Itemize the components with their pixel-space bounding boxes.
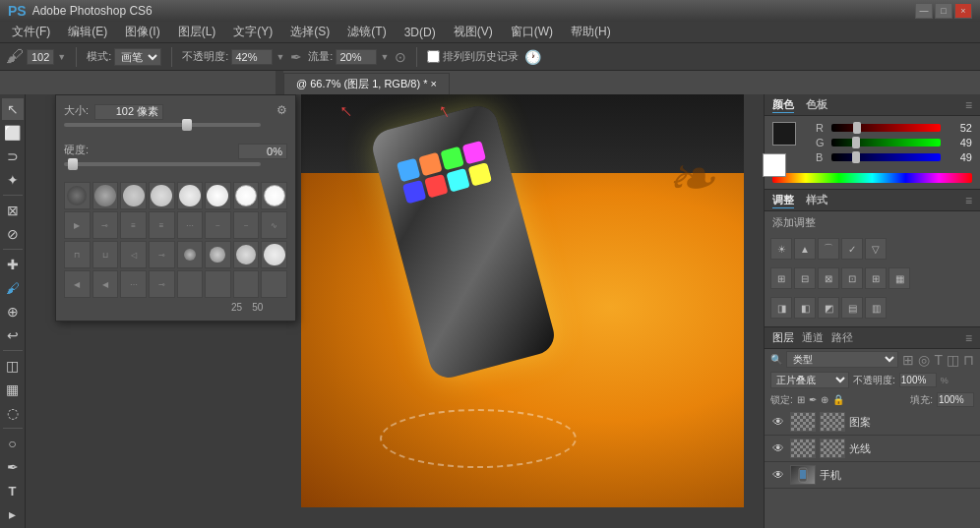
menu-filter[interactable]: 滤镜(T) [339,22,394,42]
size-slider-track[interactable] [64,123,261,127]
hardness-slider-thumb[interactable] [68,158,78,170]
blend-mode-select[interactable]: 正片叠底 [770,372,849,388]
history-checkbox-label[interactable]: 排列到历史记录 [427,49,519,64]
brush-preset-3[interactable] [120,182,147,209]
spot-heal-tool[interactable]: ✚ [2,254,24,275]
pen-pressure-icon[interactable]: ⊙ [395,49,406,65]
layer-eye-2[interactable]: 👁 [770,467,786,483]
canvas-tab[interactable]: @ 66.7% (图层 1, RGB/8) * × [283,73,450,94]
brush-preset-24[interactable] [261,241,287,268]
brush-preset-22[interactable] [205,241,231,268]
filter-smart-icon[interactable]: ⊓ [963,352,974,368]
brush-tool-icon[interactable]: 🖌 [6,46,24,67]
crop-tool[interactable]: ⊠ [2,200,24,221]
brush-preset-17[interactable]: ⊓ [64,241,91,268]
brush-preset-23[interactable] [233,241,260,268]
brush-preset-1[interactable] [64,182,91,209]
brush-preset-30[interactable] [205,270,231,298]
hardness-value[interactable] [238,144,287,159]
brush-preset-27[interactable]: ⋯ [120,270,147,298]
menu-edit[interactable]: 编辑(E) [60,22,115,42]
flow-input[interactable] [336,49,377,65]
preset-value[interactable]: 102 [27,49,54,65]
brush-preset-5[interactable] [177,182,204,209]
brush-preset-6[interactable] [205,182,231,209]
maximize-button[interactable]: □ [935,3,952,19]
marquee-tool[interactable]: ⬜ [2,122,24,144]
brush-preset-19[interactable]: ◁ [120,241,147,268]
brush-preset-15[interactable]: ~ [233,211,260,239]
menu-view[interactable]: 视图(V) [446,22,501,42]
menu-help[interactable]: 帮助(H) [563,22,619,42]
path-sel-tool[interactable]: ▸ [2,503,24,525]
size-slider-thumb[interactable] [182,119,192,131]
brush-preset-9[interactable]: ▶ [64,211,91,239]
menu-window[interactable]: 窗口(W) [503,22,561,42]
filter-shape-icon[interactable]: ◫ [947,352,959,368]
pen-tool[interactable]: ✒ [2,456,24,478]
dodge-tool[interactable]: ○ [2,433,24,454]
eraser-tool[interactable]: ◫ [2,355,24,377]
menu-select[interactable]: 选择(S) [282,22,337,42]
eyedropper-tool[interactable]: ⊘ [2,223,24,245]
brush-preset-13[interactable]: ⋯ [177,211,204,239]
brush-preset-14[interactable]: ~ [205,211,231,239]
layer-item-2[interactable]: 👁 手机 [765,462,980,489]
layers-type-select[interactable]: 类型 [786,351,898,368]
text-tool[interactable]: T [2,480,24,501]
opacity-dropdown-icon[interactable]: ▼ [276,52,284,62]
brush-preset-26[interactable]: ◀ [92,270,119,298]
menu-layer[interactable]: 图层(L) [170,22,224,42]
brush-preset-20[interactable]: ⊸ [149,241,175,268]
threshold-icon[interactable]: ◩ [818,297,839,319]
lock-transparency-icon[interactable]: ⊞ [797,394,805,405]
brush-preset-16[interactable]: ∿ [261,211,287,239]
filter-adj-icon[interactable]: ◎ [918,352,930,368]
gradient-tool[interactable]: ▦ [2,379,24,400]
green-slider-thumb[interactable] [852,137,860,148]
layers-panel-menu[interactable]: ≡ [965,331,972,345]
brush-preset-31[interactable] [233,270,260,298]
brush-preset-11[interactable]: ≡ [120,211,147,239]
preset-dropdown-icon[interactable]: ▼ [57,52,66,62]
colors-panel-menu[interactable]: ≡ [965,98,972,112]
selectcolor-icon[interactable]: ▥ [865,297,887,319]
opacity-input[interactable] [231,49,273,65]
colors-tab[interactable]: 颜色 [772,97,794,113]
channelmixer-icon[interactable]: ⊞ [865,267,887,289]
brush-tool[interactable]: 🖌 [2,277,24,299]
minimize-button[interactable]: — [915,3,933,19]
brush-preset-29[interactable] [177,270,204,298]
adjustments-tab[interactable]: 调整 [772,193,794,208]
hsl-icon[interactable]: ⊞ [770,267,792,289]
paths-tab[interactable]: 路径 [831,330,853,345]
brush-preset-18[interactable]: ⊔ [92,241,119,268]
adj-panel-menu[interactable]: ≡ [965,194,972,207]
flow-dropdown-icon[interactable]: ▼ [380,52,389,62]
close-button[interactable]: × [954,3,972,19]
filter-text-icon[interactable]: T [934,352,943,368]
brush-preset-32[interactable] [261,270,287,298]
colorlookup-icon[interactable]: ▦ [888,267,910,289]
move-tool[interactable]: ↖ [2,98,24,120]
airbrush-icon[interactable]: ✒ [290,49,302,65]
mode-select[interactable]: 画笔 [114,48,161,66]
blue-slider[interactable] [831,153,941,161]
brush-preset-21[interactable] [177,241,204,268]
photofilter-icon[interactable]: ⊡ [841,267,863,289]
green-slider[interactable] [831,139,941,147]
gradmap-icon[interactable]: ▤ [841,297,863,319]
curves-icon[interactable]: ⌒ [818,238,839,260]
lock-paint-icon[interactable]: ✒ [809,394,817,405]
layer-eye-0[interactable]: 👁 [770,414,786,430]
filter-pixel-icon[interactable]: ⊞ [902,352,914,368]
brush-preset-12[interactable]: ≡ [149,211,175,239]
brush-preset-7[interactable] [233,182,260,209]
background-color[interactable] [763,153,786,177]
layers-tab[interactable]: 图层 [772,330,794,345]
layer-item-1[interactable]: 👁 光线 [765,436,980,462]
invert-icon[interactable]: ◨ [770,297,792,319]
colorbalance-icon[interactable]: ⊟ [794,267,816,289]
blue-slider-thumb[interactable] [852,151,860,163]
exposure-icon[interactable]: ✓ [841,238,863,260]
